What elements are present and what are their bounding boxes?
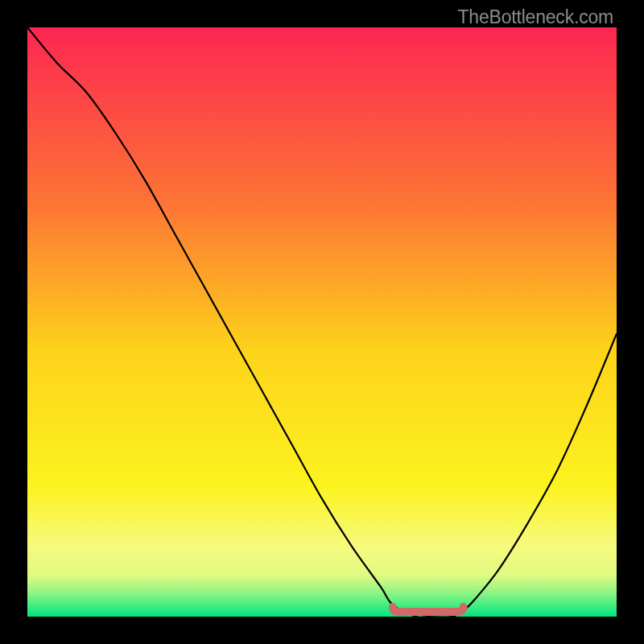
watermark-label: TheBottleneck.com xyxy=(458,6,613,28)
bottleneck-curve xyxy=(27,27,617,617)
bottleneck-flat-marker xyxy=(393,607,464,612)
chart-frame: TheBottleneck.com xyxy=(0,0,644,644)
plot-area xyxy=(27,27,617,617)
